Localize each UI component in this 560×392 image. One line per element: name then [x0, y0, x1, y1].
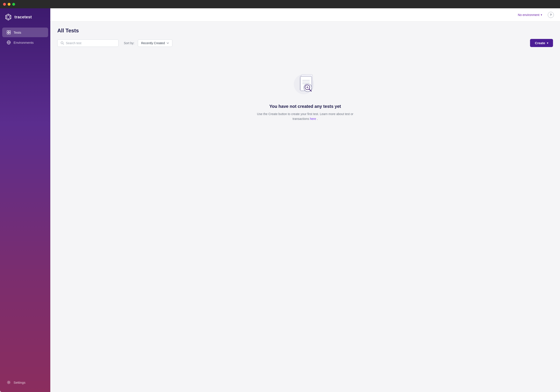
header: No environment ▾ ? — [50, 8, 560, 21]
content-area: All Tests Sort by: Recently Created — [50, 21, 560, 392]
sidebar: tracetest Tests — [0, 8, 50, 392]
app-window: tracetest Tests — [0, 8, 560, 392]
search-icon — [60, 41, 64, 45]
logo-icon — [4, 13, 12, 21]
traffic-lights — [3, 3, 15, 6]
search-box — [57, 39, 119, 47]
empty-illustration — [292, 71, 318, 98]
empty-state-title: You have not created any tests yet — [269, 104, 341, 109]
environment-selector[interactable]: No environment ▾ — [516, 12, 544, 18]
environment-label: No environment — [518, 13, 540, 17]
logo-text: tracetest — [14, 15, 32, 20]
sort-dropdown[interactable]: Recently Created — [138, 39, 172, 47]
close-button[interactable] — [3, 3, 6, 6]
sidebar-item-settings-label: Settings — [14, 381, 25, 384]
right-panel: No environment ▾ ? All Tests — [50, 8, 560, 392]
sidebar-item-environments-label: Environments — [14, 41, 34, 44]
titlebar — [0, 0, 560, 8]
sidebar-item-environments[interactable]: Environments — [2, 38, 48, 47]
settings-icon — [7, 380, 11, 385]
sort-label: Sort by: — [124, 41, 134, 45]
sidebar-nav: Tests Environments — [0, 25, 50, 374]
svg-rect-9 — [9, 31, 10, 32]
create-button[interactable]: Create ▾ — [530, 39, 553, 47]
sidebar-item-settings[interactable]: Settings — [2, 378, 48, 387]
svg-rect-10 — [7, 33, 9, 34]
svg-point-15 — [8, 382, 10, 383]
empty-state-description: Use the Create button to create your fir… — [255, 111, 355, 121]
sidebar-bottom: Settings — [0, 374, 50, 392]
svg-line-17 — [63, 43, 64, 44]
page-title: All Tests — [57, 28, 553, 34]
maximize-button[interactable] — [12, 3, 15, 6]
sidebar-item-tests-label: Tests — [14, 31, 21, 34]
svg-rect-8 — [7, 31, 9, 32]
empty-state: You have not created any tests yet Use t… — [57, 54, 553, 139]
environments-icon — [7, 40, 11, 45]
tests-icon — [7, 30, 11, 35]
minimize-button[interactable] — [8, 3, 10, 6]
create-chevron-icon: ▾ — [547, 41, 548, 45]
svg-marker-1 — [7, 15, 10, 19]
sidebar-item-tests[interactable]: Tests — [2, 28, 48, 37]
sort-chevron-icon — [167, 42, 169, 44]
here-link[interactable]: here — [310, 117, 316, 121]
search-input[interactable] — [66, 41, 115, 45]
help-icon[interactable]: ? — [548, 12, 554, 18]
svg-rect-11 — [9, 33, 10, 34]
sidebar-logo: tracetest — [0, 8, 50, 25]
toolbar: Sort by: Recently Created Create ▾ — [57, 39, 553, 47]
chevron-down-icon: ▾ — [541, 13, 542, 16]
sort-value: Recently Created — [141, 41, 165, 45]
